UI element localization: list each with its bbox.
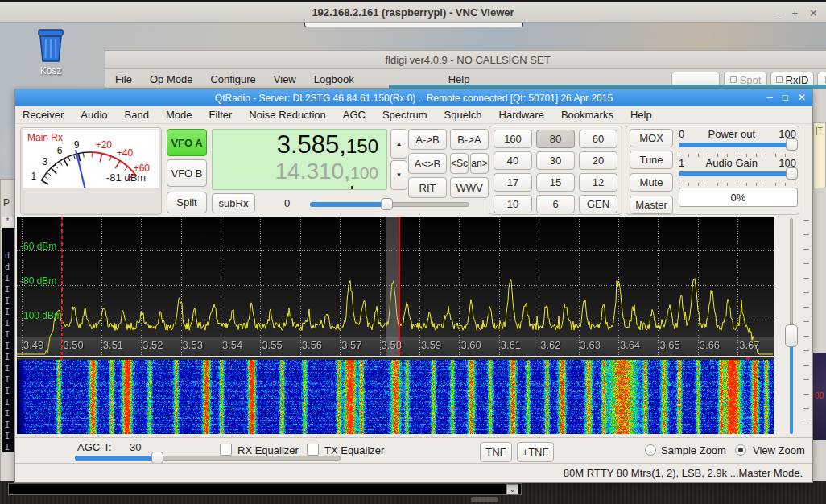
frequency-spin-up[interactable]: ▲	[390, 129, 407, 159]
fldigi-menu-logbook[interactable]: Logbook	[312, 71, 356, 88]
band-80-button[interactable]: 80	[536, 130, 575, 148]
maximize-icon[interactable]: □	[783, 93, 788, 102]
menu-squelch[interactable]: Squelch	[443, 106, 484, 123]
band-gen-button[interactable]: GEN	[579, 195, 617, 213]
fldigi-menu-view[interactable]: View	[272, 71, 298, 88]
drive-slider[interactable]	[310, 202, 469, 215]
vnc-toolbar-tab[interactable]	[304, 23, 523, 27]
wwv-button[interactable]: WWV	[450, 177, 489, 198]
split-button[interactable]: Split	[167, 192, 207, 213]
drive-value: 0	[284, 197, 290, 209]
menu-help[interactable]: Help	[629, 106, 654, 123]
waterfall-canvas[interactable]	[17, 360, 774, 434]
mute-button[interactable]: Mute	[630, 173, 673, 192]
band-20-button[interactable]: 20	[579, 151, 617, 170]
master-button[interactable]: Master	[630, 196, 673, 214]
qtradio-titlebar[interactable]: QtRadio - Server: DL2STG 46.84.61.150(Rx…	[15, 89, 812, 106]
b-to-a-button[interactable]: B->A	[450, 129, 489, 150]
fldigi-menu-opmode[interactable]: Op Mode	[148, 71, 194, 88]
menu-noise-reduction[interactable]: Noise Reduction	[247, 106, 327, 123]
freq-label: 3.57	[341, 339, 361, 351]
freq-label: 3.65	[659, 339, 679, 351]
freq-label: 3.53	[183, 339, 203, 351]
audio-min: 1	[679, 157, 684, 169]
power-out-labels: 0 Power out 100	[679, 128, 796, 140]
band-40-button[interactable]: 40	[494, 151, 532, 170]
smeter-svg: Main Rx -81 dBm 1369+20+40+60	[23, 130, 159, 188]
qtradio-title: QtRadio - Server: DL2STG 46.84.61.150(Rx…	[215, 93, 613, 104]
menu-band[interactable]: Band	[123, 106, 151, 123]
sample-zoom-radio[interactable]	[645, 444, 656, 456]
close-icon[interactable]: ✕	[809, 7, 818, 19]
vnc-titlebar[interactable]: 192.168.2.161 (raspberrypi) - VNC Viewer…	[0, 0, 826, 23]
smeter-face: Main Rx -81 dBm 1369+20+40+60	[23, 130, 159, 188]
subrx-button[interactable]: subRx	[212, 193, 255, 213]
a-swap-b-button[interactable]: A<>B	[408, 153, 447, 174]
menu-receiver[interactable]: Receiver	[21, 106, 65, 123]
tnf-button[interactable]: TNF	[480, 442, 512, 462]
freq-label: 3.54	[222, 339, 242, 351]
rx-equalizer-checkbox[interactable]	[220, 444, 232, 456]
freq-label: 3.62	[540, 339, 560, 351]
zoom-slider-ticks	[803, 220, 809, 432]
zoom-slider-handle[interactable]	[785, 324, 798, 347]
band-30-button[interactable]: 30	[536, 151, 575, 170]
fldigi-menu-configure[interactable]: Configure	[209, 71, 257, 88]
freq-label: 3.63	[580, 339, 601, 351]
menu-spectrum[interactable]: Spectrum	[381, 106, 429, 123]
view-zoom-radio[interactable]	[735, 444, 746, 456]
minimize-icon[interactable]: –	[767, 93, 773, 102]
smeter-groupbox: Main Rx -81 dBm 1369+20+40+60	[20, 127, 162, 215]
maximize-icon[interactable]: +	[792, 7, 799, 19]
menu-filter[interactable]: Filter	[207, 106, 233, 123]
sample-zoom-label: Sample Zoom	[661, 444, 726, 456]
spectrum-zoom-slider[interactable]	[784, 218, 799, 434]
spectrum-panadapter[interactable]: -60 dBm -80 dBm -100 dBm 3.493.503.513.5…	[17, 217, 774, 356]
menu-hardware[interactable]: Hardware	[498, 106, 546, 123]
close-icon[interactable]: ✕	[798, 93, 806, 102]
view-zoom-label: View Zoom	[753, 444, 805, 456]
vfo-b-frequency-frac: 100	[350, 163, 378, 182]
trash-shortcut[interactable]: Kosz	[23, 27, 79, 85]
vfo-a-frequency-frac: 150	[346, 135, 378, 157]
vfo-b-button[interactable]: VFO B	[167, 159, 207, 187]
qtradio-window: QtRadio - Server: DL2STG 46.84.61.150(Rx…	[14, 89, 813, 483]
fldigi-dropdown-button[interactable]: ⌄	[506, 484, 518, 494]
scan-left-button[interactable]: <Sc	[450, 153, 469, 174]
menu-audio[interactable]: Audio	[79, 106, 109, 123]
frequency-display[interactable]: 3.585,150 14.310,100	[212, 129, 387, 190]
fldigi-window: fldigi ver4.0.9 - NO CALLSIGN SET File O…	[105, 50, 826, 89]
band-60-button[interactable]: 60	[579, 130, 617, 148]
freq-label: 3.64	[620, 339, 640, 351]
band-6-button[interactable]: 6	[536, 195, 575, 213]
band-15-button[interactable]: 15	[536, 173, 575, 192]
band-160-button[interactable]: 160	[494, 130, 532, 148]
minimize-icon[interactable]: –	[774, 7, 780, 19]
left-edge-window: P * d d I I I I I I I I I I I I I I I I	[0, 179, 14, 483]
band-12-button[interactable]: 12	[579, 173, 617, 192]
scan-right-button[interactable]: an>	[470, 153, 489, 174]
plus-tnf-button[interactable]: +TNF	[517, 442, 554, 462]
fldigi-menu-file[interactable]: File	[114, 71, 134, 88]
menu-agc[interactable]: AGC	[341, 106, 367, 123]
tune-button[interactable]: Tune	[630, 151, 673, 169]
a-to-b-button[interactable]: A->B	[408, 129, 447, 150]
tx-equalizer-label: TX Equalizer	[324, 444, 384, 456]
left-edge-terminal: d d I I I I I I I I I I I I I I I I	[2, 228, 14, 452]
vfo-a-button[interactable]: VFO A	[167, 129, 207, 156]
filter-passband[interactable]	[386, 217, 399, 356]
frequency-spin-down[interactable]: ▼	[390, 160, 407, 190]
fldigi-titlebar[interactable]: fldigi ver4.0.9 - NO CALLSIGN SET	[105, 51, 826, 69]
smeter-scale-label: 1	[31, 171, 37, 182]
band-10-button[interactable]: 10	[494, 195, 532, 213]
tx-equalizer-checkbox[interactable]	[307, 444, 319, 456]
rx-equalizer-label: RX Equalizer	[237, 444, 299, 456]
waterfall-display[interactable]	[17, 357, 774, 434]
band-17-button[interactable]: 17	[494, 173, 532, 192]
rit-button[interactable]: RIT	[408, 177, 447, 198]
mox-button[interactable]: MOX	[630, 129, 673, 147]
menu-mode[interactable]: Mode	[164, 106, 194, 123]
menu-bookmarks[interactable]: Bookmarks	[560, 106, 615, 123]
fldigi-text-strip[interactable]	[8, 483, 522, 495]
arrow-down-icon: ▼	[396, 171, 403, 179]
